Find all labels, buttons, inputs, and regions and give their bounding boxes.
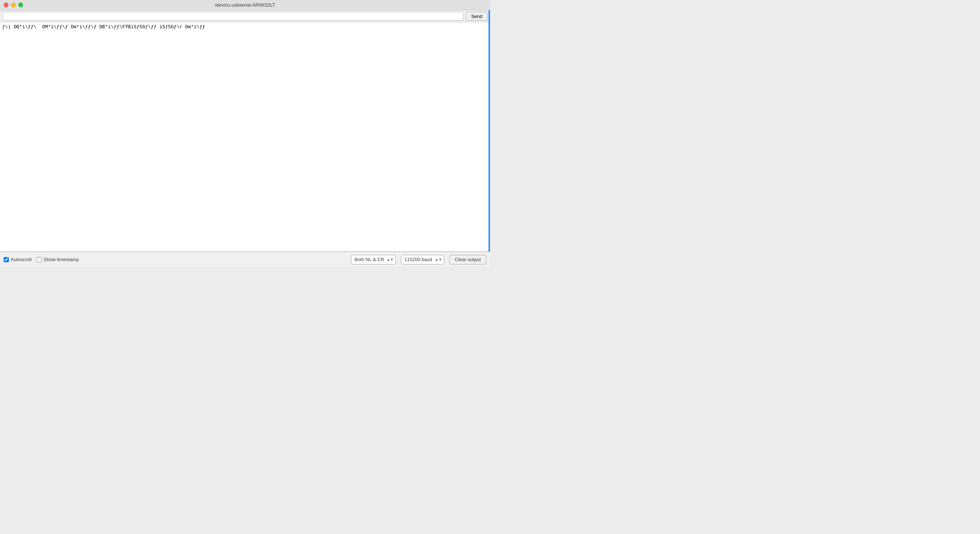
show-timestamp-label[interactable]: Show timestamp (37, 257, 79, 262)
baud-rate-select[interactable]: 300 baud 1200 baud 2400 baud 4800 baud 9… (401, 255, 444, 265)
arduino-serial-monitor: /dev/cu.usbserial-AR0K52LT Send ƒ\) DŒ*i… (0, 0, 490, 267)
minimize-button[interactable] (11, 3, 16, 7)
serial-line: ƒ\) DŒ*i\ƒƒ\ DM*i\ƒƒ\ƒ Dm*i\ƒƒ\ƒ DŒ*i\ƒƒ… (2, 24, 488, 30)
line-ending-select[interactable]: No line ending Newline Carriage return B… (351, 255, 396, 265)
autoscroll-text: Autoscroll (11, 257, 32, 262)
clear-output-button[interactable]: Clear output (449, 255, 486, 265)
send-button[interactable]: Send (466, 12, 488, 21)
close-button[interactable] (4, 3, 8, 7)
maximize-button[interactable] (18, 3, 23, 7)
baud-rate-wrapper: 300 baud 1200 baud 2400 baud 4800 baud 9… (401, 255, 444, 265)
line-ending-wrapper: No line ending Newline Carriage return B… (351, 255, 396, 265)
autoscroll-checkbox[interactable] (4, 257, 9, 262)
right-accent-bar (488, 10, 490, 252)
show-timestamp-text: Show timestamp (44, 257, 79, 262)
autoscroll-label[interactable]: Autoscroll (4, 257, 32, 262)
window-title: /dev/cu.usbserial-AR0K52LT (215, 2, 275, 8)
serial-output[interactable]: ƒ\) DŒ*i\ƒƒ\ DM*i\ƒƒ\ƒ Dm*i\ƒƒ\ƒ DŒ*i\ƒƒ… (0, 22, 490, 252)
traffic-lights (4, 3, 23, 7)
input-row: Send (0, 10, 490, 22)
title-bar: /dev/cu.usbserial-AR0K52LT (0, 0, 490, 10)
show-timestamp-checkbox[interactable] (37, 257, 42, 262)
bottom-bar: Autoscroll Show timestamp No line ending… (0, 252, 490, 267)
serial-input[interactable] (2, 12, 464, 21)
